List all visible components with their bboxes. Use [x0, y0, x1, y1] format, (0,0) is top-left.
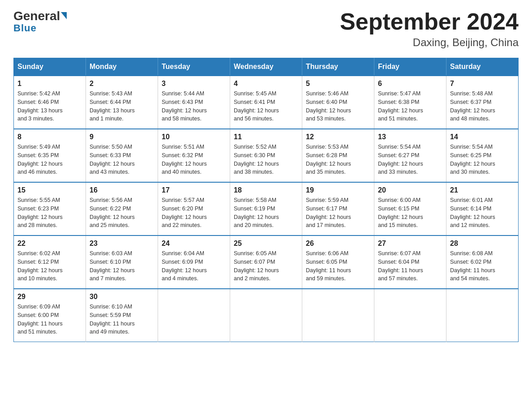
day-info: Sunrise: 5:49 AMSunset: 6:35 PMDaylight:…: [17, 143, 82, 176]
table-row: 17 Sunrise: 5:57 AMSunset: 6:20 PMDaylig…: [158, 182, 230, 235]
day-info: Sunrise: 5:53 AMSunset: 6:28 PMDaylight:…: [306, 143, 370, 176]
day-info: Sunrise: 5:54 AMSunset: 6:25 PMDaylight:…: [450, 143, 515, 176]
day-number: 7: [450, 80, 515, 88]
day-number: 11: [234, 133, 298, 141]
day-number: 29: [17, 293, 82, 301]
day-number: 26: [306, 240, 370, 248]
day-number: 6: [378, 80, 442, 88]
day-info: Sunrise: 6:10 AMSunset: 5:59 PMDaylight:…: [90, 303, 154, 336]
day-info: Sunrise: 6:07 AMSunset: 6:04 PMDaylight:…: [378, 249, 442, 283]
col-sunday: Sunday: [14, 58, 86, 76]
col-thursday: Thursday: [302, 58, 374, 76]
table-row: [374, 289, 446, 342]
day-info: Sunrise: 5:57 AMSunset: 6:20 PMDaylight:…: [162, 196, 226, 230]
day-number: 3: [162, 80, 226, 88]
table-row: 24 Sunrise: 6:04 AMSunset: 6:09 PMDaylig…: [158, 235, 230, 289]
calendar-week-5: 29 Sunrise: 6:09 AMSunset: 6:00 PMDaylig…: [14, 289, 519, 342]
calendar-week-1: 1 Sunrise: 5:42 AMSunset: 6:46 PMDayligh…: [14, 76, 519, 129]
col-saturday: Saturday: [446, 58, 519, 76]
table-row: [302, 289, 374, 342]
table-row: 30 Sunrise: 6:10 AMSunset: 5:59 PMDaylig…: [86, 289, 158, 342]
table-row: 21 Sunrise: 6:01 AMSunset: 6:14 PMDaylig…: [446, 182, 519, 235]
calendar-week-4: 22 Sunrise: 6:02 AMSunset: 6:12 PMDaylig…: [14, 235, 519, 289]
day-info: Sunrise: 6:05 AMSunset: 6:07 PMDaylight:…: [234, 249, 298, 283]
day-info: Sunrise: 5:45 AMSunset: 6:41 PMDaylight:…: [234, 90, 298, 123]
calendar-week-3: 15 Sunrise: 5:55 AMSunset: 6:23 PMDaylig…: [14, 182, 519, 235]
table-row: 2 Sunrise: 5:43 AMSunset: 6:44 PMDayligh…: [86, 76, 158, 129]
day-info: Sunrise: 5:50 AMSunset: 6:33 PMDaylight:…: [90, 143, 154, 176]
table-row: 4 Sunrise: 5:45 AMSunset: 6:41 PMDayligh…: [230, 76, 302, 129]
day-info: Sunrise: 5:59 AMSunset: 6:17 PMDaylight:…: [306, 196, 370, 230]
table-row: 26 Sunrise: 6:06 AMSunset: 6:05 PMDaylig…: [302, 235, 374, 289]
day-number: 15: [17, 186, 82, 194]
table-row: 19 Sunrise: 5:59 AMSunset: 6:17 PMDaylig…: [302, 182, 374, 235]
table-row: 3 Sunrise: 5:44 AMSunset: 6:43 PMDayligh…: [158, 76, 230, 129]
table-row: 12 Sunrise: 5:53 AMSunset: 6:28 PMDaylig…: [302, 129, 374, 182]
day-info: Sunrise: 6:04 AMSunset: 6:09 PMDaylight:…: [162, 249, 226, 283]
table-row: [230, 289, 302, 342]
table-row: 6 Sunrise: 5:47 AMSunset: 6:38 PMDayligh…: [374, 76, 446, 129]
logo: General Blue: [13, 9, 67, 34]
day-info: Sunrise: 5:58 AMSunset: 6:19 PMDaylight:…: [234, 196, 298, 230]
day-info: Sunrise: 6:01 AMSunset: 6:14 PMDaylight:…: [450, 196, 515, 230]
day-number: 14: [450, 133, 515, 141]
day-info: Sunrise: 5:55 AMSunset: 6:23 PMDaylight:…: [17, 196, 82, 230]
table-row: [158, 289, 230, 342]
table-row: 16 Sunrise: 5:56 AMSunset: 6:22 PMDaylig…: [86, 182, 158, 235]
day-number: 5: [306, 80, 370, 88]
day-number: 8: [17, 133, 82, 141]
table-row: 15 Sunrise: 5:55 AMSunset: 6:23 PMDaylig…: [14, 182, 86, 235]
day-info: Sunrise: 5:46 AMSunset: 6:40 PMDaylight:…: [306, 90, 370, 123]
day-info: Sunrise: 6:02 AMSunset: 6:12 PMDaylight:…: [17, 249, 82, 283]
day-number: 25: [234, 240, 298, 248]
day-number: 2: [90, 80, 154, 88]
col-wednesday: Wednesday: [230, 58, 302, 76]
table-row: 13 Sunrise: 5:54 AMSunset: 6:27 PMDaylig…: [374, 129, 446, 182]
table-row: 25 Sunrise: 6:05 AMSunset: 6:07 PMDaylig…: [230, 235, 302, 289]
table-row: 5 Sunrise: 5:46 AMSunset: 6:40 PMDayligh…: [302, 76, 374, 129]
day-number: 22: [17, 240, 82, 248]
day-number: 21: [450, 186, 515, 194]
table-row: 8 Sunrise: 5:49 AMSunset: 6:35 PMDayligh…: [14, 129, 86, 182]
day-number: 12: [306, 133, 370, 141]
table-row: 23 Sunrise: 6:03 AMSunset: 6:10 PMDaylig…: [86, 235, 158, 289]
day-number: 27: [378, 240, 442, 248]
day-info: Sunrise: 6:03 AMSunset: 6:10 PMDaylight:…: [90, 249, 154, 283]
day-number: 28: [450, 240, 515, 248]
calendar-title: September 2024: [340, 9, 519, 34]
table-row: 27 Sunrise: 6:07 AMSunset: 6:04 PMDaylig…: [374, 235, 446, 289]
day-number: 19: [306, 186, 370, 194]
table-row: 9 Sunrise: 5:50 AMSunset: 6:33 PMDayligh…: [86, 129, 158, 182]
table-row: 29 Sunrise: 6:09 AMSunset: 6:00 PMDaylig…: [14, 289, 86, 342]
table-row: 18 Sunrise: 5:58 AMSunset: 6:19 PMDaylig…: [230, 182, 302, 235]
day-info: Sunrise: 5:47 AMSunset: 6:38 PMDaylight:…: [378, 90, 442, 123]
day-info: Sunrise: 5:52 AMSunset: 6:30 PMDaylight:…: [234, 143, 298, 176]
day-number: 18: [234, 186, 298, 194]
table-row: 10 Sunrise: 5:51 AMSunset: 6:32 PMDaylig…: [158, 129, 230, 182]
calendar-week-2: 8 Sunrise: 5:49 AMSunset: 6:35 PMDayligh…: [14, 129, 519, 182]
title-block: September 2024 Daxing, Beijing, China: [340, 9, 519, 49]
calendar-table: Sunday Monday Tuesday Wednesday Thursday…: [13, 58, 519, 342]
col-tuesday: Tuesday: [158, 58, 230, 76]
table-row: 11 Sunrise: 5:52 AMSunset: 6:30 PMDaylig…: [230, 129, 302, 182]
logo-general-text: General: [13, 9, 60, 23]
day-info: Sunrise: 6:09 AMSunset: 6:00 PMDaylight:…: [17, 303, 82, 336]
day-info: Sunrise: 6:06 AMSunset: 6:05 PMDaylight:…: [306, 249, 370, 283]
table-row: [446, 289, 519, 342]
calendar-header-row: Sunday Monday Tuesday Wednesday Thursday…: [14, 58, 519, 76]
day-number: 13: [378, 133, 442, 141]
logo-blue-text: Blue: [13, 22, 37, 34]
table-row: 22 Sunrise: 6:02 AMSunset: 6:12 PMDaylig…: [14, 235, 86, 289]
day-info: Sunrise: 5:43 AMSunset: 6:44 PMDaylight:…: [90, 90, 154, 123]
day-info: Sunrise: 5:51 AMSunset: 6:32 PMDaylight:…: [162, 143, 226, 176]
table-row: 14 Sunrise: 5:54 AMSunset: 6:25 PMDaylig…: [446, 129, 519, 182]
day-info: Sunrise: 5:44 AMSunset: 6:43 PMDaylight:…: [162, 90, 226, 123]
day-info: Sunrise: 6:00 AMSunset: 6:15 PMDaylight:…: [378, 196, 442, 230]
table-row: 20 Sunrise: 6:00 AMSunset: 6:15 PMDaylig…: [374, 182, 446, 235]
table-row: 28 Sunrise: 6:08 AMSunset: 6:02 PMDaylig…: [446, 235, 519, 289]
day-number: 20: [378, 186, 442, 194]
day-number: 16: [90, 186, 154, 194]
day-info: Sunrise: 5:48 AMSunset: 6:37 PMDaylight:…: [450, 90, 515, 123]
day-number: 4: [234, 80, 298, 88]
day-number: 1: [17, 80, 82, 88]
